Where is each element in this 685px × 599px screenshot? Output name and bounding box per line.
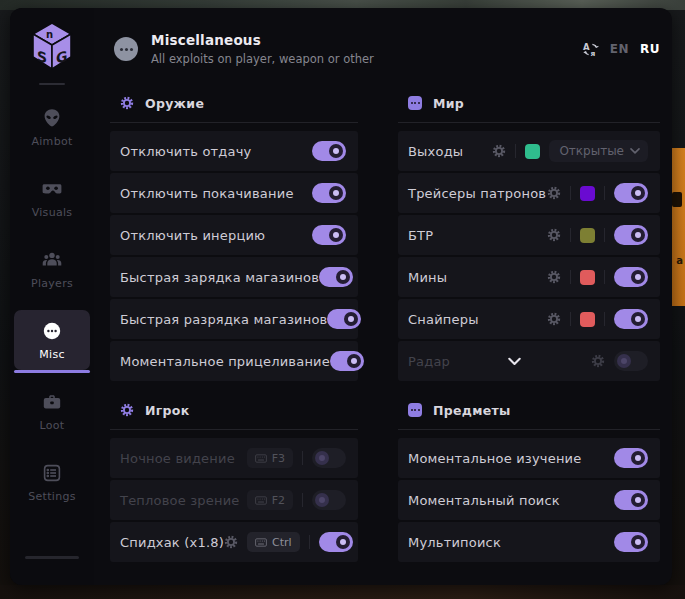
color-swatch[interactable] <box>580 270 595 285</box>
row-controls <box>330 351 364 371</box>
toggle-off[interactable] <box>312 448 346 468</box>
row-controls <box>614 490 648 510</box>
section-title: Мир <box>433 96 464 111</box>
separator <box>570 312 571 326</box>
feature-row: Радар <box>398 341 660 381</box>
row-controls <box>312 141 346 161</box>
toggle-on[interactable] <box>319 267 353 287</box>
toggle-on[interactable] <box>614 490 648 510</box>
sidebar-item-visuals[interactable]: Visuals <box>14 168 90 228</box>
separator <box>570 270 571 284</box>
row-controls <box>312 183 346 203</box>
toggle-on[interactable] <box>330 351 364 371</box>
separator <box>570 228 571 242</box>
toggle-knob <box>631 535 645 549</box>
feature-label: Спидхак (x1.8) <box>120 535 224 550</box>
sidebar-item-label: Loot <box>40 419 65 432</box>
section-right-0: МирВыходыОткрытыеТрейсеры патроновБТРМин… <box>398 90 660 381</box>
gear-icon <box>120 96 134 110</box>
toggle-knob <box>631 312 645 326</box>
svg-text:A: A <box>583 41 590 51</box>
toggle-on[interactable] <box>614 448 648 468</box>
section-title: Игрок <box>145 403 190 418</box>
separator <box>309 535 310 549</box>
hotkey-label: F2 <box>272 494 285 507</box>
section-right-1: ПредметыМоментальное изучениеМоментальны… <box>398 397 660 562</box>
sidebar-item-loot[interactable]: Loot <box>14 381 90 441</box>
row-controls: F3 <box>247 448 346 468</box>
sidebar-item-settings[interactable]: Settings <box>14 452 90 512</box>
section-divider <box>398 429 660 430</box>
color-swatch[interactable] <box>580 186 595 201</box>
row-controls: Ctrl <box>224 532 353 552</box>
separator <box>302 451 303 465</box>
toggle-knob <box>347 354 361 368</box>
feature-row: Мины <box>398 257 660 297</box>
sidebar-divider <box>39 83 65 85</box>
row-controls <box>547 225 648 245</box>
cheat-menu-panel: S G n AimbotVisualsPlayersMiscLootSettin… <box>10 8 672 585</box>
dropdown-select[interactable]: Открытые <box>549 140 648 162</box>
gear-icon[interactable] <box>224 535 238 549</box>
gear-icon[interactable] <box>547 270 561 284</box>
sidebar-item-label: Aimbot <box>31 135 72 148</box>
hotkey-badge[interactable]: Ctrl <box>247 532 300 552</box>
toggle-knob <box>329 144 343 158</box>
gear-icon[interactable] <box>547 186 561 200</box>
feature-row: Отключить отдачу <box>110 131 358 171</box>
toggle-on[interactable] <box>614 532 648 552</box>
toggle-on[interactable] <box>312 141 346 161</box>
gear-icon[interactable] <box>492 144 506 158</box>
feature-row: Отключить инерцию <box>110 215 358 255</box>
gear-icon[interactable] <box>591 354 605 368</box>
lang-ru-button[interactable]: RU <box>640 42 660 56</box>
section-divider <box>110 429 358 430</box>
ellipsis-circle-icon <box>114 37 138 61</box>
toggle-on[interactable] <box>614 309 648 329</box>
keyboard-icon <box>255 538 267 547</box>
toggle-on[interactable] <box>312 183 346 203</box>
keyboard-icon <box>255 496 267 505</box>
sidebar-item-players[interactable]: Players <box>14 239 90 299</box>
row-controls <box>319 267 353 287</box>
gear-icon[interactable] <box>547 228 561 242</box>
lang-en-button[interactable]: EN <box>610 42 629 56</box>
chevron-down-icon[interactable] <box>508 355 521 368</box>
hotkey-label: F3 <box>272 452 285 465</box>
translate-icon[interactable]: A я <box>582 41 599 58</box>
toggle-on[interactable] <box>327 309 361 329</box>
feature-label: Моментальное изучение <box>408 451 581 466</box>
color-swatch[interactable] <box>580 312 595 327</box>
toggle-off[interactable] <box>614 351 648 371</box>
svg-text:S: S <box>37 48 47 66</box>
color-swatch[interactable] <box>525 144 540 159</box>
sidebar-item-label: Settings <box>28 490 76 503</box>
feature-row: Моментальное изучение <box>398 438 660 478</box>
row-controls: F2 <box>247 490 346 510</box>
feature-label: Ночное видение <box>120 451 235 466</box>
toggle-on[interactable] <box>614 225 648 245</box>
section-header: Игрок <box>110 397 358 423</box>
toggle-on[interactable] <box>614 267 648 287</box>
content-grid: ОружиеОтключить отдачуОтключить покачива… <box>110 90 660 578</box>
gear-icon[interactable] <box>547 312 561 326</box>
feature-label: БТР <box>408 228 433 243</box>
toggle-on[interactable] <box>614 183 648 203</box>
row-controls <box>327 309 361 329</box>
row-controls <box>547 309 648 329</box>
sidebar-item-label: Players <box>31 277 73 290</box>
sidebar-item-misc[interactable]: Misc <box>14 310 90 370</box>
section-divider <box>398 122 660 123</box>
toggle-on[interactable] <box>319 532 353 552</box>
section-left-0: ОружиеОтключить отдачуОтключить покачива… <box>110 90 358 381</box>
toggle-on[interactable] <box>312 225 346 245</box>
hotkey-badge[interactable]: F2 <box>247 490 293 510</box>
section-header: Мир <box>398 90 660 116</box>
list-icon <box>42 463 62 483</box>
sidebar-item-aimbot[interactable]: Aimbot <box>14 97 90 157</box>
color-swatch[interactable] <box>580 228 595 243</box>
toggle-off[interactable] <box>312 490 346 510</box>
hotkey-badge[interactable]: F3 <box>247 448 293 468</box>
game-billboard <box>672 148 685 306</box>
language-switcher: A я EN RU <box>582 41 660 58</box>
